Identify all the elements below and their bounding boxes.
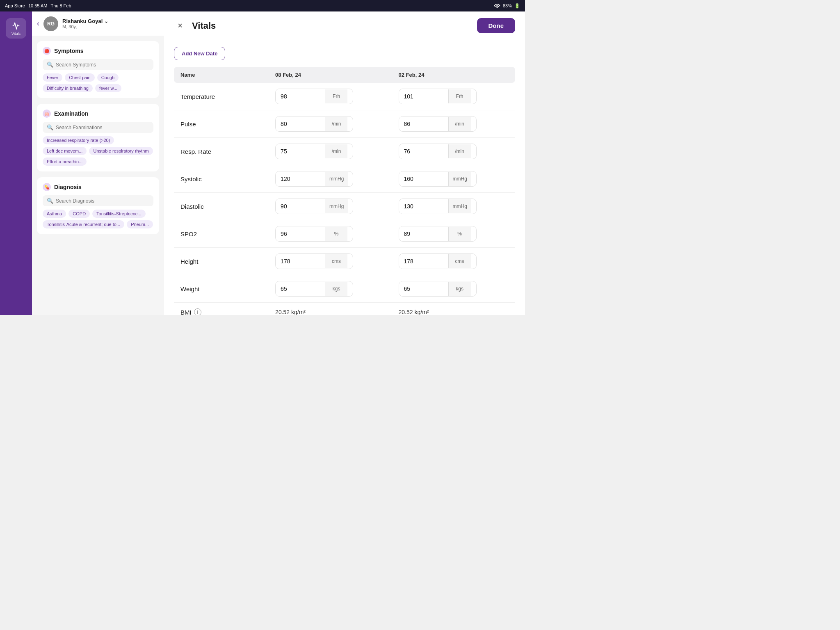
- table-row: Resp. Rate /min /min: [174, 138, 515, 165]
- table-row: Height cms cms: [174, 248, 515, 275]
- sidebar-item-vitals[interactable]: Vitals: [6, 18, 26, 39]
- vital-input-1-7[interactable]: [276, 281, 325, 296]
- vital-input-group-1-1: /min: [275, 116, 353, 132]
- vital-input-group-2-0: Frh: [399, 89, 477, 104]
- tag-chest-pain[interactable]: Chest pain: [65, 73, 95, 82]
- symptoms-search-input[interactable]: [56, 62, 149, 68]
- chevron-down-icon[interactable]: ⌄: [104, 18, 108, 24]
- bmi-label: BMI: [180, 309, 192, 315]
- vital-input-1-6[interactable]: [276, 254, 325, 269]
- examination-title: 🫁 Examination: [43, 110, 153, 118]
- symptoms-section: 🔴 Symptoms 🔍 Fever Chest pain Cough Diff…: [37, 41, 159, 98]
- time-label: 10:55 AM: [28, 3, 47, 8]
- tag-fever[interactable]: Fever: [43, 73, 62, 82]
- search-icon-diag: 🔍: [47, 198, 53, 204]
- vital-input-2-2[interactable]: [399, 144, 448, 159]
- vitals-title: Vitals: [192, 21, 216, 31]
- tag-tonsillitis[interactable]: Tonsillitis-Streptococ...: [92, 210, 145, 218]
- diagnosis-search-input[interactable]: [56, 198, 149, 204]
- battery-icon: 🔋: [514, 3, 520, 9]
- tag-asthma[interactable]: Asthma: [43, 210, 66, 218]
- tag-tonsillitis-acute[interactable]: Tonsillitis-Acute & recurrent; due to...: [43, 220, 124, 228]
- wifi-icon: [494, 3, 500, 9]
- vital-unit-1-2: /min: [325, 144, 347, 158]
- vital-name-6: Height: [180, 258, 198, 265]
- vital-input-group-1-7: kgs: [275, 281, 353, 297]
- symptoms-search-box[interactable]: 🔍: [43, 59, 153, 70]
- examination-icon: 🫁: [43, 110, 51, 118]
- vitals-panel: × Vitals Done Add New Date Name 08 Feb, …: [164, 11, 525, 315]
- vital-unit-1-7: kgs: [325, 282, 347, 296]
- search-icon-exam: 🔍: [47, 124, 53, 130]
- col-header-date2: 02 Feb, 24: [392, 67, 515, 83]
- col-header-date1: 08 Feb, 24: [269, 67, 392, 83]
- tag-cough[interactable]: Cough: [97, 73, 119, 82]
- vital-input-2-6[interactable]: [399, 254, 448, 269]
- bmi-val2: 20.52 kg/m²: [399, 309, 429, 315]
- tag-difficulty-breathing[interactable]: Difficulty in breathing: [43, 84, 93, 92]
- add-date-button[interactable]: Add New Date: [174, 47, 225, 60]
- vital-input-1-0[interactable]: [276, 89, 325, 104]
- vital-name-5: SPO2: [180, 231, 197, 237]
- vital-input-group-2-6: cms: [399, 253, 477, 269]
- bmi-val1: 20.52 kg/m²: [275, 309, 306, 315]
- vital-input-1-3[interactable]: [276, 171, 325, 186]
- content-area: 🔴 Symptoms 🔍 Fever Chest pain Cough Diff…: [32, 36, 164, 315]
- tag-unstable-rhythm[interactable]: Unstable respiratory rhythm: [89, 147, 153, 155]
- table-header-row: Name 08 Feb, 24 02 Feb, 24: [174, 67, 515, 83]
- vital-input-2-3[interactable]: [399, 171, 448, 186]
- table-row: Weight kgs kgs: [174, 275, 515, 303]
- vital-input-1-5[interactable]: [276, 226, 325, 241]
- examination-tags: Increased respiratory rate (>20) Left de…: [43, 136, 153, 166]
- vital-name-0: Temperature: [180, 93, 215, 100]
- vital-input-1-2[interactable]: [276, 144, 325, 159]
- vital-input-2-1[interactable]: [399, 116, 448, 131]
- examination-search-input[interactable]: [56, 125, 149, 130]
- vital-unit-2-7: kgs: [448, 282, 471, 296]
- tag-effort[interactable]: Effort a breathin...: [43, 158, 87, 166]
- vitals-content: Add New Date Name 08 Feb, 24 02 Feb, 24 …: [164, 40, 525, 315]
- sidebar: Vitals: [0, 11, 32, 315]
- vital-input-group-1-4: mmHg: [275, 199, 353, 214]
- vital-input-2-4[interactable]: [399, 199, 448, 214]
- sidebar-vitals-label: Vitals: [11, 32, 21, 36]
- vital-input-group-2-1: /min: [399, 116, 477, 132]
- vital-input-1-1[interactable]: [276, 116, 325, 131]
- symptoms-icon: 🔴: [43, 47, 51, 55]
- tag-pneum[interactable]: Pneum...: [127, 220, 153, 228]
- vital-unit-1-0: Frh: [325, 89, 347, 103]
- bmi-row: BMI i 20.52 kg/m² 20.52 kg/m²: [174, 303, 515, 315]
- tag-copd[interactable]: COPD: [68, 210, 90, 218]
- vital-unit-2-3: mmHg: [448, 172, 471, 186]
- bmi-info-icon[interactable]: i: [194, 308, 201, 315]
- vital-input-2-7[interactable]: [399, 281, 448, 296]
- diagnosis-search-box[interactable]: 🔍: [43, 195, 153, 206]
- tag-fever-w[interactable]: fever w...: [95, 84, 121, 92]
- vital-name-1: Pulse: [180, 121, 196, 128]
- battery-label: 83%: [503, 3, 512, 8]
- vital-unit-1-4: mmHg: [325, 199, 348, 213]
- diagnosis-icon: 💊: [43, 183, 51, 191]
- vital-unit-2-4: mmHg: [448, 199, 471, 213]
- tag-left-dec[interactable]: Left dec movem...: [43, 147, 87, 155]
- table-row: Systolic mmHg mmHg: [174, 165, 515, 193]
- examination-search-box[interactable]: 🔍: [43, 122, 153, 133]
- patient-name: Rishanku Goyal ⌄: [62, 18, 159, 24]
- bmi-label-group: BMI i: [180, 308, 262, 315]
- vital-input-group-1-2: /min: [275, 144, 353, 159]
- back-button[interactable]: ‹: [37, 19, 39, 28]
- diagnosis-section: 💊 Diagnosis 🔍 Asthma COPD Tonsillitis-St…: [37, 177, 159, 234]
- search-icon: 🔍: [47, 62, 53, 68]
- close-button[interactable]: ×: [174, 20, 186, 32]
- examination-section: 🫁 Examination 🔍 Increased respiratory ra…: [37, 104, 159, 171]
- vitals-header: × Vitals Done: [164, 11, 525, 40]
- vital-input-1-4[interactable]: [276, 199, 325, 214]
- vital-input-2-0[interactable]: [399, 89, 448, 104]
- vital-unit-2-0: Frh: [448, 89, 471, 103]
- vital-input-group-2-4: mmHg: [399, 199, 477, 214]
- avatar: RG: [43, 16, 58, 31]
- done-button[interactable]: Done: [477, 18, 516, 33]
- vital-input-2-5[interactable]: [399, 226, 448, 241]
- tag-resp-rate[interactable]: Increased respiratory rate (>20): [43, 136, 114, 144]
- vital-unit-1-6: cms: [325, 254, 347, 268]
